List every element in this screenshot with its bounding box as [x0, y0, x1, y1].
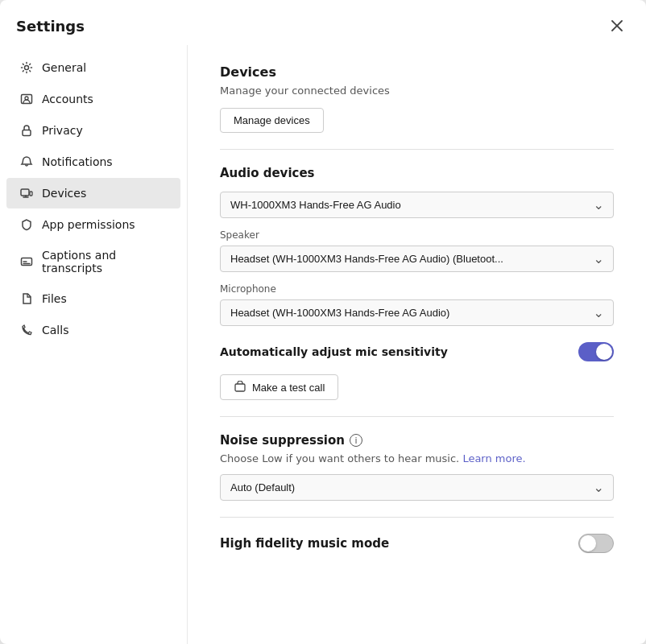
- sidebar-item-calls[interactable]: Calls: [6, 315, 180, 345]
- divider-3: [220, 517, 614, 518]
- main-content: Devices Manage your connected devices Ma…: [187, 45, 646, 644]
- manage-devices-button[interactable]: Manage devices: [220, 108, 324, 133]
- learn-more-link[interactable]: Learn more.: [462, 452, 525, 464]
- divider-1: [220, 149, 614, 150]
- svg-rect-3: [22, 95, 32, 104]
- audio-section: Audio devices WH-1000XM3 Hands-Free AG A…: [220, 166, 614, 326]
- microphone-select[interactable]: Headset (WH-1000XM3 Hands-Free AG Audio): [220, 299, 614, 326]
- svg-point-2: [25, 66, 29, 70]
- shield-icon: [19, 217, 34, 232]
- calls-icon: [19, 323, 34, 337]
- phone-icon: [234, 381, 246, 394]
- title-bar: Settings: [0, 0, 646, 45]
- mic-sensitivity-label: Automatically adjust mic sensitivity: [220, 345, 448, 358]
- sidebar-item-privacy[interactable]: Privacy: [6, 115, 180, 146]
- sidebar-item-notifications[interactable]: Notifications: [6, 147, 180, 177]
- noise-suppression-section: Noise suppression i Choose Low if you wa…: [220, 433, 614, 501]
- settings-window: Settings General: [0, 0, 646, 644]
- sidebar-item-captions[interactable]: Captions and transcripts: [6, 241, 180, 283]
- toggle-knob: [596, 344, 612, 360]
- sidebar-item-label: Files: [42, 292, 67, 305]
- svg-rect-5: [23, 130, 31, 136]
- speaker-select[interactable]: Headset (WH-1000XM3 Hands-Free AG Audio)…: [220, 246, 614, 272]
- sidebar: General Accounts: [0, 45, 187, 644]
- microphone-label: Microphone: [220, 283, 614, 295]
- close-icon: [611, 19, 623, 32]
- info-icon[interactable]: i: [350, 434, 362, 447]
- devices-subtitle: Manage your connected devices: [220, 85, 614, 97]
- audio-device-select[interactable]: WH-1000XM3 Hands-Free AG Audio: [220, 192, 614, 218]
- audio-device-wrapper: WH-1000XM3 Hands-Free AG Audio: [220, 192, 614, 218]
- devices-icon: [19, 186, 34, 200]
- gear-icon: [19, 60, 34, 75]
- sidebar-item-label: Accounts: [42, 93, 93, 105]
- sidebar-item-label: Calls: [42, 324, 68, 336]
- noise-title-row: Noise suppression i: [220, 433, 614, 448]
- sidebar-item-label: Devices: [42, 187, 86, 200]
- divider-2: [220, 416, 614, 417]
- noise-subtitle: Choose Low if you want others to hear mu…: [220, 452, 614, 464]
- sidebar-item-devices[interactable]: Devices: [6, 178, 180, 208]
- sidebar-item-files[interactable]: Files: [6, 283, 180, 314]
- sidebar-item-general[interactable]: General: [6, 52, 180, 83]
- noise-suppression-select[interactable]: Auto (Default): [220, 474, 614, 501]
- test-call-button[interactable]: Make a test call: [220, 374, 338, 400]
- svg-rect-9: [235, 384, 245, 391]
- close-button[interactable]: [604, 13, 630, 39]
- svg-rect-6: [21, 189, 29, 196]
- sidebar-item-label: App permissions: [42, 218, 135, 231]
- captions-icon: [19, 254, 34, 269]
- noise-suppression-wrapper: Auto (Default): [220, 474, 614, 501]
- devices-title: Devices: [220, 64, 614, 80]
- noise-title: Noise suppression: [220, 433, 345, 448]
- microphone-wrapper: Headset (WH-1000XM3 Hands-Free AG Audio): [220, 299, 614, 326]
- sidebar-item-accounts[interactable]: Accounts: [6, 84, 180, 114]
- sidebar-item-label: Captions and transcripts: [42, 249, 168, 275]
- sidebar-item-label: Privacy: [42, 124, 83, 137]
- sidebar-item-app-permissions[interactable]: App permissions: [6, 209, 180, 240]
- content-area: General Accounts: [0, 45, 646, 644]
- accounts-icon: [19, 92, 34, 106]
- speaker-label: Speaker: [220, 229, 614, 241]
- hifi-row: High fidelity music mode: [220, 534, 614, 553]
- svg-rect-7: [30, 192, 32, 196]
- hifi-label: High fidelity music mode: [220, 536, 389, 551]
- mic-sensitivity-toggle[interactable]: [578, 342, 614, 361]
- bell-icon: [19, 155, 34, 169]
- devices-section: Devices Manage your connected devices Ma…: [220, 64, 614, 133]
- mic-sensitivity-row: Automatically adjust mic sensitivity: [220, 342, 614, 361]
- sidebar-item-label: Notifications: [42, 155, 113, 168]
- window-title: Settings: [16, 18, 85, 35]
- hifi-toggle-knob: [580, 535, 596, 551]
- sidebar-item-label: General: [42, 61, 86, 74]
- file-icon: [19, 291, 34, 306]
- speaker-wrapper: Headset (WH-1000XM3 Hands-Free AG Audio)…: [220, 246, 614, 272]
- test-call-label: Make a test call: [252, 382, 325, 394]
- hifi-toggle[interactable]: [578, 534, 614, 553]
- audio-devices-title: Audio devices: [220, 166, 614, 180]
- lock-icon: [19, 123, 34, 138]
